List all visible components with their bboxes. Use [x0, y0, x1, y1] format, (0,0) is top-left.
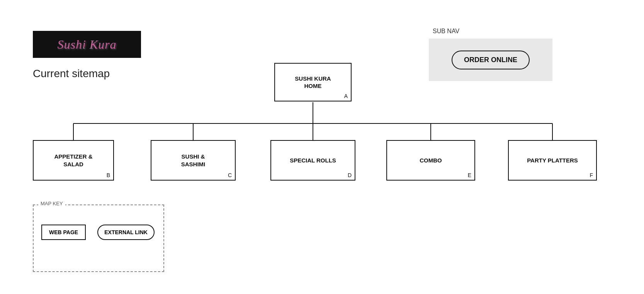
node-combo-id: E [468, 172, 471, 178]
logo-text: Sushi Kura [57, 37, 116, 52]
node-appetizer: APPETIZER &SALAD B [33, 140, 114, 181]
node-combo: COMBO E [386, 140, 475, 181]
logo: Sushi Kura [33, 31, 141, 58]
sub-nav-label: SUB NAV [433, 28, 459, 35]
node-sushi: SUSHI &SASHIMI C [151, 140, 236, 181]
sub-nav-box: ORDER ONLINE [429, 39, 552, 81]
map-key: MAP KEY WEB PAGE EXTERNAL LINK [33, 204, 164, 272]
key-webpage: WEB PAGE [41, 225, 86, 240]
node-special-rolls-id: D [348, 172, 352, 178]
node-combo-label: COMBO [420, 157, 442, 164]
map-key-label: MAP KEY [38, 201, 65, 206]
key-external-link: EXTERNAL LINK [97, 225, 155, 240]
node-sushi-id: C [228, 172, 232, 178]
node-special-rolls-label: SPECIAL ROLLS [290, 157, 336, 164]
order-online-button[interactable]: ORDER ONLINE [452, 51, 530, 69]
node-sushi-label: SUSHI &SASHIMI [181, 153, 206, 168]
node-party-platters: PARTY PLATTERS F [508, 140, 597, 181]
node-special-rolls: SPECIAL ROLLS D [270, 140, 355, 181]
node-home-label: SUSHI KURAHOME [295, 75, 331, 90]
node-appetizer-id: B [107, 172, 110, 178]
node-appetizer-label: APPETIZER &SALAD [54, 153, 92, 168]
node-home-id: A [344, 93, 348, 99]
map-key-items: WEB PAGE EXTERNAL LINK [41, 225, 156, 240]
sitemap-title: Current sitemap [33, 68, 110, 80]
node-home: SUSHI KURAHOME A [274, 63, 352, 101]
node-party-platters-id: F [590, 172, 593, 178]
node-party-platters-label: PARTY PLATTERS [527, 157, 578, 164]
